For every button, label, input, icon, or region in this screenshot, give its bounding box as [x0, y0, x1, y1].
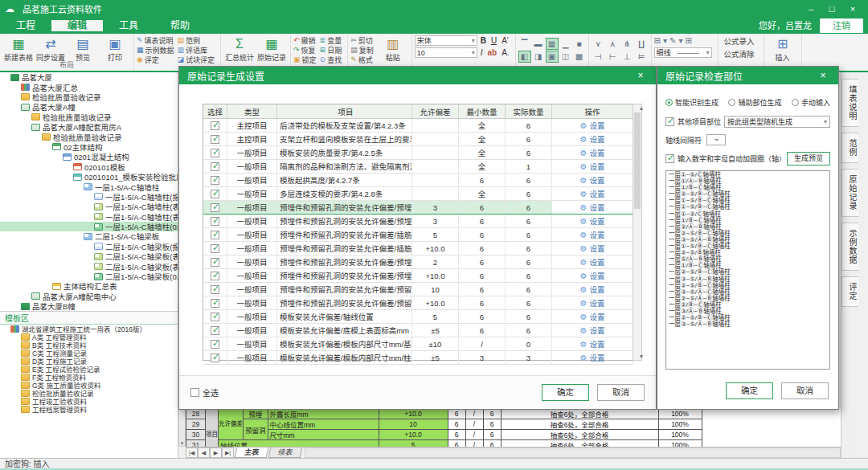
settings-link[interactable]: ⚙设置	[580, 188, 605, 199]
sheet-tab[interactable]: 续表	[268, 448, 303, 458]
tree-item[interactable]: F类 工程物资资料	[0, 373, 178, 381]
sheet-nav-button[interactable]: ▶|	[222, 448, 234, 458]
formula-clear-button[interactable]: 公式清除	[721, 48, 758, 61]
split-left-icon[interactable]: ⊣	[592, 51, 605, 63]
underline-button[interactable]: U	[491, 36, 497, 45]
tree-item[interactable]: 湖北省建筑工程施工统一用表（2016版）	[0, 325, 178, 333]
tree-item[interactable]: 02010101_模板安装检验批质量验收…	[0, 172, 178, 182]
tree-item[interactable]: 检验批质量验收记录	[0, 389, 178, 397]
row-checkbox[interactable]	[211, 217, 219, 226]
font-shrink-button[interactable]: A.	[502, 48, 509, 57]
ribbon-small-button[interactable]: ↷恢复	[293, 45, 317, 55]
row-checkbox[interactable]	[211, 354, 219, 362]
tree-item[interactable]: 0201混凝土结构	[0, 152, 178, 161]
ok-button[interactable]: 确定	[542, 384, 589, 401]
italic-button[interactable]: I	[481, 48, 483, 57]
cancel-button[interactable]: 取消	[781, 382, 829, 399]
caret-down-icon[interactable]: ▾	[678, 36, 682, 45]
generation-mode-radio[interactable]: 辅助部位生成	[728, 97, 781, 108]
tree-item[interactable]: 二层1-5/A-C轴梁板(报审、…	[0, 242, 178, 251]
table-scrollbar[interactable]: ▲ ▼	[633, 104, 642, 361]
formula-entry-button[interactable]: 公式录入	[721, 35, 758, 48]
horizontal-scrollbar[interactable]	[305, 448, 841, 458]
align-top-icon[interactable]: ▔	[518, 38, 531, 50]
fill-icon[interactable]: ■	[573, 38, 586, 50]
border-all-icon[interactable]: ⊞	[685, 36, 691, 45]
ribbon-small-button[interactable]: ▤复制	[350, 45, 374, 55]
minimize-button[interactable]: –	[800, 4, 821, 14]
border-style-select[interactable]: 细线———▾	[654, 47, 712, 58]
side-tab[interactable]: 评定	[841, 276, 858, 307]
close-button[interactable]: ×	[842, 4, 863, 14]
row-checkbox[interactable]	[211, 162, 219, 171]
scroll-down-icon[interactable]: ▼	[179, 441, 185, 446]
row-checkbox[interactable]	[211, 313, 219, 321]
settings-link[interactable]: ⚙设置	[580, 256, 605, 268]
border-grid-icon[interactable]: ⊞	[654, 36, 661, 45]
row-checkbox[interactable]	[211, 326, 219, 335]
tree-item[interactable]: 一层1-5/A-C轴墙柱(表D1-1-…	[0, 202, 178, 211]
sheet-nav-button[interactable]: |◀	[186, 448, 198, 458]
ribbon-small-button[interactable]: ↶撤销	[293, 35, 317, 45]
location-list-item[interactable]: 一层③~⑤/Ⓐ~Ⓑ轴墙柱	[669, 321, 827, 328]
merge-up-icon[interactable]: ⋏	[606, 38, 620, 50]
settings-link[interactable]: ⚙设置	[580, 311, 605, 322]
tree-item[interactable]: D类 工程施工记录	[0, 357, 178, 365]
wrap-icon[interactable]: ◧	[518, 51, 531, 63]
strikethrough-button[interactable]: ab	[487, 48, 497, 57]
unmerge-icon[interactable]: ∐	[635, 38, 649, 50]
settings-link[interactable]: ⚙设置	[580, 297, 605, 309]
tree-item[interactable]: 一层1-5/A-C轴墙柱(表F11 …	[0, 211, 178, 221]
ribbon-small-button[interactable]: ◉评定	[137, 55, 174, 64]
settings-link[interactable]: ⚙设置	[580, 174, 605, 186]
settings-link[interactable]: ⚙设置	[580, 202, 605, 213]
ribbon-small-button[interactable]: ▥评语库	[178, 45, 215, 55]
tree-item[interactable]: 检验批质量验收记录	[0, 112, 178, 122]
align-center-icon[interactable]: ▦	[546, 38, 559, 50]
auto-circle-checkbox[interactable]	[665, 154, 674, 163]
tree-item[interactable]: 02主体结构	[0, 142, 178, 152]
tree-item[interactable]: 品茗大厦汇总	[0, 82, 178, 92]
ribbon-small-button[interactable]: ▤范例	[178, 35, 215, 45]
location-preview-list[interactable]: 一层①~⑤/Ⓒ轴墙柱一层①/Ⓐ~Ⓑ轴墙柱一层①/Ⓑ~Ⓒ轴墙柱一层②~⑤/Ⓑ~Ⓒ轴…	[665, 170, 830, 370]
ribbon-small-button[interactable]: ▣锁定	[293, 55, 317, 64]
menu-tab[interactable]: 编辑	[51, 20, 103, 31]
tree-item[interactable]: 一层1-5/A-C轴墙柱	[0, 182, 178, 191]
logout-button[interactable]: 注销	[820, 18, 863, 33]
tree-item[interactable]: 二层1-5/A-C轴梁板(02010101…	[0, 272, 178, 281]
ribbon-small-button[interactable]: ▦示例数据	[137, 45, 174, 55]
border-paint-icon[interactable]: ✎	[669, 36, 676, 45]
tree-item[interactable]: G类 施工质量验收资料	[0, 381, 178, 389]
split-all-icon[interactable]: ⊨	[635, 51, 649, 63]
maximize-button[interactable]: □	[821, 4, 842, 14]
tree-item[interactable]: 工程档案管理资料	[0, 405, 178, 413]
row-checkbox[interactable]	[211, 258, 219, 267]
row-checkbox[interactable]	[211, 203, 219, 212]
side-tab[interactable]: 范例	[841, 133, 858, 163]
menu-tab[interactable]: 工具	[103, 20, 154, 31]
tree-item[interactable]: 一层1-5/A-C轴墙柱(02010101…	[0, 222, 178, 231]
tree-item[interactable]: 检验批质量验收记录	[0, 92, 178, 102]
settings-link[interactable]: ⚙设置	[580, 215, 605, 227]
tree-item[interactable]: 二层1-5/A-C轴梁板(表F11 …	[0, 261, 178, 271]
justify-icon[interactable]: ▩	[573, 51, 586, 63]
settings-link[interactable]: ⚙设置	[580, 161, 605, 172]
row-checkbox[interactable]	[211, 176, 219, 185]
ribbon-large-button[interactable]: ▦ 新建表格	[2, 35, 35, 62]
merge-down-icon[interactable]: ⋎	[592, 38, 605, 50]
settings-link[interactable]: ⚙设置	[580, 352, 605, 363]
sheet-nav-button[interactable]: ◀	[198, 448, 210, 458]
tree-item[interactable]: B类 工程技术资料	[0, 341, 178, 349]
ribbon-small-button[interactable]: ✎格式	[350, 55, 374, 64]
ribbon-large-button[interactable]: ▤ 预览	[67, 35, 99, 62]
row-checkbox[interactable]	[211, 231, 219, 239]
row-checkbox[interactable]	[211, 190, 219, 198]
tree-item[interactable]: C类 工程测量记录	[0, 349, 178, 357]
tree-item[interactable]: 二层1-5/A-C轴梁板(表D1-1-…	[0, 251, 178, 261]
tree-item[interactable]: 工程竣工验收资料	[0, 397, 178, 405]
generate-preview-button[interactable]: 生成预览	[787, 152, 830, 166]
align-right-icon[interactable]: ◫	[559, 51, 572, 63]
settings-link[interactable]: ⚙设置	[580, 243, 605, 254]
generation-mode-radio[interactable]: 手动输入	[792, 97, 830, 108]
group-cell[interactable]: 预留洞	[244, 419, 268, 440]
